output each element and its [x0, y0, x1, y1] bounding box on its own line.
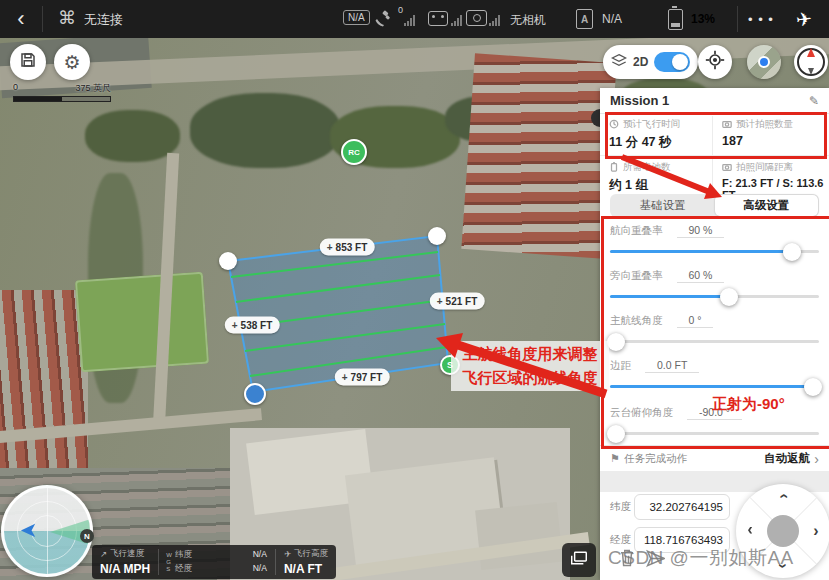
edge-length-label[interactable]: + 521 FT — [430, 293, 485, 310]
battery-icon — [668, 9, 683, 30]
stat-battery-count: 所需电池数 约 1 组 — [600, 156, 712, 192]
save-mission-button[interactable] — [10, 44, 46, 80]
mission-header: Mission 1 ✎ — [600, 88, 829, 114]
latitude-field[interactable]: 32.202764195 — [634, 494, 730, 520]
stat-photo-count: 预计拍照数量 187 — [713, 113, 829, 155]
annotation-gimbal-note: 正射为-90° — [712, 395, 785, 414]
move-cross-icon: + — [437, 296, 443, 307]
clock-icon — [609, 119, 619, 131]
map-layers-button[interactable] — [562, 543, 596, 577]
map-building — [475, 502, 563, 570]
polygon-vertex-handle[interactable] — [219, 252, 237, 270]
more-button[interactable]: • • • — [744, 0, 778, 38]
flight-mode-icon: A — [576, 9, 593, 29]
slider-track[interactable] — [610, 340, 819, 343]
back-button[interactable]: ‹ — [0, 0, 42, 38]
altitude-plane-icon: ✈ — [284, 549, 291, 559]
move-cross-icon: + — [342, 372, 348, 383]
edge-length-label[interactable]: + 538 FT — [225, 317, 280, 334]
telemetry-coordinates: 纬度N/A 经度N/A — [172, 545, 275, 579]
mode-badge: N/A — [343, 10, 370, 25]
chevron-right-icon: › — [814, 451, 819, 467]
stat-photo-interval: 拍照间隔距离 F: 21.3 FT / S: 113.6 FT — [713, 156, 829, 192]
locate-button[interactable] — [698, 45, 732, 79]
edge-length-label[interactable]: + 797 FT — [335, 369, 390, 386]
telemetry-speed: ↗飞行速度 N/A MPH — [92, 545, 158, 579]
battery-icon — [609, 162, 619, 174]
map-trees — [85, 110, 180, 162]
flight-mode-value: N/A — [602, 12, 622, 26]
takeoff-plane-icon: ✈ — [795, 7, 813, 32]
back-chevron-icon: ‹ — [17, 6, 24, 32]
slider-thumb[interactable] — [783, 243, 801, 261]
slider-thumb[interactable] — [804, 378, 822, 396]
more-icon: • • • — [748, 12, 774, 27]
slider-margin: 边距0.0 FT — [610, 353, 819, 397]
rc-location-marker: RC — [341, 139, 367, 165]
camera-signal-bars — [489, 15, 500, 26]
slider-thumb[interactable] — [607, 333, 625, 351]
finish-action-row[interactable]: ⚑ 任务完成动作 自动返航 › — [600, 445, 829, 471]
wgs-label: WGS — [159, 545, 172, 579]
minimap-button[interactable] — [747, 45, 781, 79]
remote-controller-icon — [428, 11, 448, 26]
slider-value-field[interactable]: 60 % — [677, 269, 725, 283]
tab-advanced-settings[interactable]: 高级设置 — [715, 195, 819, 216]
slider-course-angle: 主航线角度0 ° — [610, 308, 819, 352]
slider-value-field[interactable]: 0 ° — [677, 314, 714, 328]
polygon-vertex-handle[interactable] — [428, 227, 446, 245]
layers-stack-icon — [570, 550, 588, 570]
dpad-right-button[interactable]: › — [808, 523, 824, 539]
takeoff-button[interactable]: ✈ — [779, 0, 829, 38]
settings-tabs: 基础设置 高级设置 — [610, 194, 819, 217]
top-status-bar: ‹ ⌘ 无连接 N/A 0 无相机 A N/A 13% • • • ✈ — [0, 0, 829, 38]
gear-icon: ⚙ — [63, 51, 80, 74]
polygon-vertex-handle-selected[interactable] — [244, 383, 266, 405]
satellite-count: 0 — [398, 5, 403, 15]
slider-value-field[interactable]: 0.0 FT — [645, 359, 699, 373]
drone-icon: ⌘ — [58, 7, 76, 29]
tab-basic-settings[interactable]: 基础设置 — [611, 195, 715, 216]
settings-button[interactable]: ⚙ — [54, 44, 90, 80]
compass-reset-button[interactable] — [794, 45, 828, 79]
map-trees — [190, 93, 340, 168]
dpad-up-button[interactable]: › — [775, 488, 791, 504]
edge-length-label[interactable]: + 853 FT — [320, 239, 375, 256]
slider-thumb[interactable] — [607, 425, 625, 443]
slider-track[interactable] — [610, 250, 819, 253]
mission-title: Mission 1 — [610, 93, 669, 108]
map-red-roofs — [461, 53, 616, 258]
slider-thumb[interactable] — [720, 288, 738, 306]
move-cross-icon: + — [232, 320, 238, 331]
camera-icon — [722, 162, 732, 174]
annotation-note: 主航线角度用来调整 飞行区域的航线角度 — [451, 341, 609, 391]
map-scale-bar: 0375 英尺 — [13, 82, 111, 102]
layers-icon — [611, 53, 627, 71]
speed-arrow-icon: ↗ — [100, 549, 107, 559]
slider-track[interactable] — [610, 385, 819, 388]
dpad-center-button[interactable] — [767, 515, 799, 547]
map-view-mode-control: 2D — [603, 45, 698, 79]
compass-icon — [797, 48, 825, 76]
move-cross-icon: + — [327, 242, 333, 253]
view-mode-toggle[interactable] — [654, 52, 690, 72]
slider-track[interactable] — [610, 295, 819, 298]
divider — [42, 6, 43, 32]
slider-course-overlap: 航向重叠率90 % — [610, 218, 819, 262]
slider-track[interactable] — [610, 432, 819, 435]
edit-mission-button[interactable]: ✎ — [809, 94, 819, 108]
flight-compass[interactable]: ➤ — [1, 485, 93, 577]
save-icon — [19, 51, 37, 73]
divider — [737, 6, 738, 32]
scale-start: 0 — [13, 82, 18, 95]
slider-value-field[interactable]: 90 % — [677, 224, 725, 238]
camera-status: 无相机 — [510, 12, 546, 29]
camera-icon — [722, 119, 732, 131]
compass-north-badge: N — [80, 529, 94, 543]
locate-icon — [705, 50, 725, 74]
telemetry-altitude: ✈飞行高度 N/A FT — [276, 545, 336, 579]
dpad-left-button[interactable]: › — [742, 523, 758, 539]
battery-percent: 13% — [691, 12, 715, 26]
telemetry-bar: ↗飞行速度 N/A MPH WGS 纬度N/A 经度N/A ✈飞行高度 N/A … — [92, 545, 336, 579]
scale-end: 375 英尺 — [75, 82, 111, 95]
